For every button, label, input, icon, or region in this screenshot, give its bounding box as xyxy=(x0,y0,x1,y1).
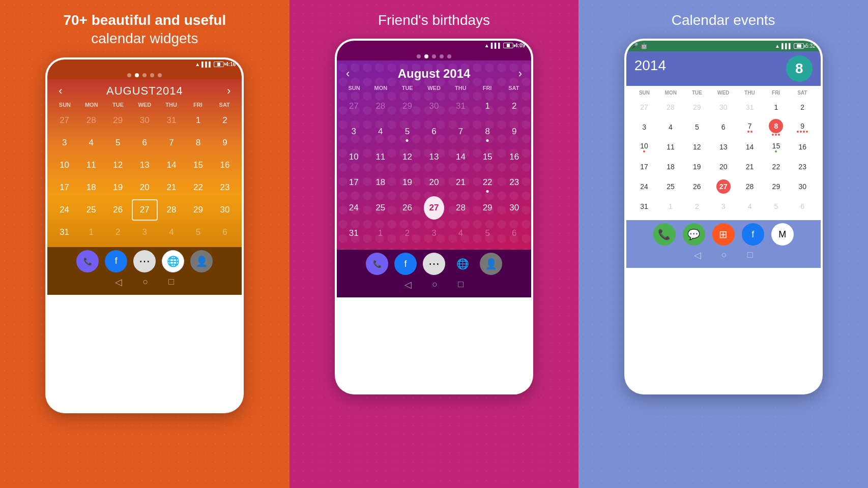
table-row: 23 xyxy=(212,177,238,198)
table-row: 4 xyxy=(737,197,763,216)
dot-2-3 xyxy=(440,54,444,58)
table-row: 9 xyxy=(212,132,238,154)
table-row: 7 xyxy=(737,117,763,137)
table-row: 23 xyxy=(790,157,816,176)
table-row: 1 xyxy=(78,222,104,243)
panel3-title: Calendar events xyxy=(661,11,786,29)
back-button-2[interactable]: ◁ xyxy=(404,279,412,290)
table-row: 20 xyxy=(132,177,158,198)
table-row: 2 xyxy=(684,197,710,216)
person-icon[interactable]: 👤 xyxy=(190,250,213,272)
wifi-icon-1: ▲ xyxy=(195,62,200,67)
cal2-next[interactable]: › xyxy=(518,67,522,80)
cal3-days-header: SUN MON TUE WED THU FRI SAT xyxy=(631,90,816,98)
table-row: 28 xyxy=(658,98,684,117)
table-row: 28 xyxy=(78,110,104,131)
signal-icon-3: ▌▌▌ xyxy=(782,43,792,49)
dots-1 xyxy=(47,69,242,79)
table-row: 28 xyxy=(737,177,763,196)
phone2-bottom: 📞 f ⋯ 🌐 👤 ◁ ○ □ xyxy=(337,250,531,297)
table-row: 20 xyxy=(710,157,736,176)
back-button-3[interactable]: ◁ xyxy=(694,250,701,261)
table-row: 4 xyxy=(159,222,185,243)
panel-2: Friend's birthdays ▲ ▌▌▌ 4:09 ‹ xyxy=(290,0,579,488)
table-row: 17 xyxy=(343,171,364,194)
msg-icon-3[interactable]: 💬 xyxy=(683,223,705,246)
table-row: 27 xyxy=(631,98,657,117)
cal3-year-bar: 2014 8 xyxy=(626,51,821,86)
table-row: 29 xyxy=(105,110,131,131)
home-button-1[interactable]: ○ xyxy=(142,277,148,288)
recent-button-2[interactable]: □ xyxy=(458,279,464,290)
table-row: 14 xyxy=(737,137,763,157)
cal1-days-header: SUN MON TUE WED THU FRI SAT xyxy=(51,101,238,110)
table-row: 1 xyxy=(763,98,789,117)
table-row: 22 xyxy=(763,157,789,176)
home-button-2[interactable]: ○ xyxy=(432,279,438,290)
table-row: 4 xyxy=(370,120,391,143)
facebook-icon-2[interactable]: f xyxy=(394,253,417,275)
viber-icon-2[interactable]: 📞 xyxy=(366,253,388,275)
panel1-title: 70+ beautiful and useful calendar widget… xyxy=(53,11,236,48)
cal1-next[interactable]: › xyxy=(224,84,234,98)
grid-icon-3[interactable]: ⊞ xyxy=(712,223,735,246)
table-row: 29 xyxy=(684,98,710,117)
calendar-3: 2014 8 SUN MON TUE WED THU FRI SAT 27 28 xyxy=(626,51,821,220)
phone-1: ▲ ▌▌▌ 4:16 ‹ AUGUST2014 › xyxy=(45,57,244,413)
home-button-3[interactable]: ○ xyxy=(721,250,727,261)
battery-3 xyxy=(794,43,804,49)
table-row: 9 xyxy=(504,120,525,143)
facebook-icon[interactable]: f xyxy=(105,250,127,272)
chrome-icon[interactable]: 🌐 xyxy=(162,250,184,272)
phone3-bottom: 📞 💬 ⊞ f M ◁ ○ □ xyxy=(626,220,821,268)
gmail-icon-3[interactable]: M xyxy=(771,223,794,246)
table-row: 2 xyxy=(212,110,238,131)
cal2-prev[interactable]: ‹ xyxy=(346,67,350,80)
table-row: 6 xyxy=(424,120,444,143)
cal2-month-year: August 2014 xyxy=(398,67,471,81)
cal2-grid: 27 28 29 30 31 1 2 3 4 5 6 7 8 9 10 11 1… xyxy=(341,94,527,246)
table-row: 3 xyxy=(343,120,364,143)
person-icon-2[interactable]: 👤 xyxy=(480,253,502,275)
table-row: 31 xyxy=(451,95,471,118)
table-row: 19 xyxy=(105,177,131,198)
recent-button-1[interactable]: □ xyxy=(168,277,174,288)
phone-icon-3[interactable]: 📞 xyxy=(653,223,676,246)
app-icons-3: 📞 💬 ⊞ f M xyxy=(653,223,794,246)
back-button-1[interactable]: ◁ xyxy=(115,277,122,288)
viber-icon[interactable]: 📞 xyxy=(76,250,99,272)
table-row: 19 xyxy=(684,157,710,176)
nav-buttons-3: ◁ ○ □ xyxy=(694,248,753,263)
table-row: 25 xyxy=(370,196,391,220)
table-row: 3 xyxy=(132,222,158,243)
table-row: 22 xyxy=(477,171,498,194)
table-row: 30 xyxy=(790,177,816,196)
dot-2-4 xyxy=(447,54,451,58)
recent-button-3[interactable]: □ xyxy=(747,250,753,261)
table-row: 18 xyxy=(658,157,684,176)
table-row: 30 xyxy=(424,95,444,118)
table-row: 28 xyxy=(451,196,471,220)
status-time-3: 5:32 xyxy=(805,43,815,49)
calendar-2: ‹ August 2014 › SUN MON TUE WED THU FRI … xyxy=(337,60,531,250)
table-row: 25 xyxy=(658,177,684,196)
table-row: 5 xyxy=(397,120,417,143)
table-row: 21 xyxy=(451,171,471,194)
table-row: 6 xyxy=(790,197,816,216)
table-row: 26 xyxy=(105,199,131,221)
apps-icon-2[interactable]: ⋯ xyxy=(423,253,445,275)
table-row: 12 xyxy=(105,155,131,176)
cal1-grid: 27 28 29 30 31 1 2 3 4 5 6 7 8 9 10 11 1… xyxy=(51,110,238,243)
nav-buttons-2: ◁ ○ □ xyxy=(404,277,464,292)
table-row: 22 xyxy=(185,177,211,198)
table-row: 13 xyxy=(424,145,444,169)
apps-icon[interactable]: ⋯ xyxy=(133,250,156,272)
facebook-icon-3[interactable]: f xyxy=(742,223,764,246)
status-time-1: 4:16 xyxy=(225,62,236,67)
chrome-icon-2[interactable]: 🌐 xyxy=(451,253,474,275)
table-row: 9 xyxy=(790,117,816,137)
cal3-white-area: SUN MON TUE WED THU FRI SAT 27 28 29 30 … xyxy=(626,86,821,220)
cal1-prev[interactable]: ‹ xyxy=(55,84,65,98)
wifi-icon-3: ▲ xyxy=(775,43,780,49)
table-row: 31 xyxy=(343,222,364,245)
